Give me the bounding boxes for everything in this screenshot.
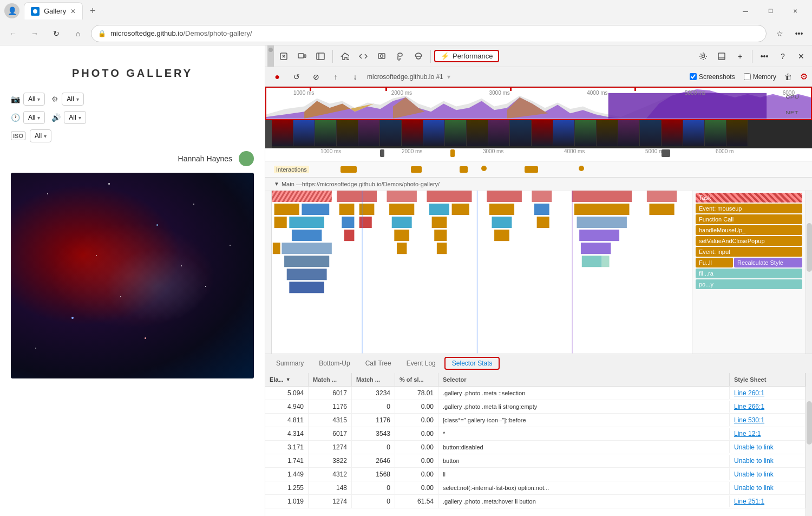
devtools-close-btn[interactable]: ✕: [793, 48, 810, 65]
forward-button[interactable]: →: [26, 25, 43, 42]
th-pct-slow[interactable]: % of sl...: [395, 373, 438, 386]
td-elapsed: 1.741: [265, 454, 309, 467]
screenshot-tool-btn[interactable]: [373, 48, 390, 65]
settings-btn[interactable]: [695, 48, 712, 65]
reload-record-btn[interactable]: ↺: [289, 69, 304, 84]
close-button[interactable]: ✕: [783, 2, 808, 19]
aperture-filter: ⚙ All ▾: [51, 93, 83, 106]
flame-scrollbar-thumb[interactable]: [807, 223, 812, 272]
download-btn[interactable]: ↓: [348, 69, 363, 84]
table-scrollbar[interactable]: [806, 373, 812, 517]
svg-rect-45: [434, 230, 447, 241]
camera-filter: 📷 All ▾: [11, 93, 45, 106]
svg-rect-51: [437, 243, 447, 254]
reload-button[interactable]: ↻: [48, 25, 65, 42]
time-icon: 🕐: [11, 113, 20, 122]
code-tool-btn[interactable]: [355, 48, 372, 65]
back-button[interactable]: ←: [4, 25, 22, 42]
sidebar-tool-btn[interactable]: [312, 48, 329, 65]
td-selector: button:disabled: [438, 441, 730, 453]
more-tools-btn[interactable]: •••: [756, 48, 773, 65]
td-stylesheet[interactable]: Line 530:1: [730, 414, 806, 427]
tab-close-btn[interactable]: ✕: [70, 8, 76, 15]
dock-btn[interactable]: [713, 48, 730, 65]
svg-rect-4: [317, 53, 324, 60]
screenshot-thumb: [467, 120, 488, 146]
th-stylesheet[interactable]: Style Sheet: [730, 373, 806, 386]
user-name: Hannah Haynes: [178, 154, 232, 163]
profile-icon[interactable]: 👤: [4, 3, 19, 18]
settings-gear-icon[interactable]: ⚙: [800, 71, 808, 82]
td-stylesheet[interactable]: Line 266:1: [730, 400, 806, 413]
audio-select[interactable]: All ▾: [64, 111, 86, 124]
tab-event-log[interactable]: Event Log: [400, 357, 442, 369]
new-tab-button[interactable]: +: [85, 3, 100, 18]
svg-rect-25: [359, 204, 375, 215]
screenshot-thumb: [293, 120, 315, 146]
website-panel: PHOTO GALLERY 📷 All ▾ ⚙ All ▾: [0, 45, 265, 516]
tab-selector-stats[interactable]: Selector Stats: [444, 357, 500, 370]
scrubber-marker[interactable]: [450, 149, 455, 157]
td-stylesheet[interactable]: Line 260:1: [730, 387, 806, 400]
upload-btn[interactable]: ↑: [328, 69, 343, 84]
help-btn[interactable]: ?: [774, 48, 791, 65]
record-btn[interactable]: ●: [270, 69, 285, 84]
td-stylesheet[interactable]: Line 251:1: [730, 495, 806, 508]
scrubber-right[interactable]: [662, 149, 670, 157]
td-match-attempts: 1176: [309, 400, 352, 413]
th-match-attempts[interactable]: Match ...: [309, 373, 352, 386]
td-pct-slow: 0.00: [395, 481, 438, 494]
td-pct-slow: 78.01: [395, 387, 438, 400]
favorites-button[interactable]: ☆: [771, 25, 788, 42]
screenshots-checkbox[interactable]: [690, 73, 697, 80]
inspect-tool-btn[interactable]: [275, 48, 292, 65]
tab-bottom-up[interactable]: Bottom-Up: [312, 357, 356, 369]
th-selector[interactable]: Selector: [438, 373, 730, 386]
network-tool-btn[interactable]: [410, 48, 427, 65]
svg-rect-60: [572, 191, 573, 354]
minimize-button[interactable]: —: [733, 2, 758, 19]
screenshots-strip: // Will be rendered by inline code below: [265, 120, 812, 148]
performance-tab[interactable]: ⚡ Performance: [434, 50, 499, 62]
flame-scrollbar[interactable]: [806, 191, 812, 354]
th-match-count[interactable]: Match ...: [352, 373, 395, 386]
screenshot-thumb: [402, 120, 423, 146]
td-pct-slow: 0.00: [395, 427, 438, 440]
trash-btn[interactable]: 🗑: [781, 69, 796, 84]
toolbar-sep-2: [430, 50, 431, 63]
clear-btn[interactable]: ⊘: [309, 69, 324, 84]
iso-select[interactable]: All ▾: [30, 129, 51, 142]
stars-layer: [11, 173, 254, 378]
svg-rect-17: [427, 191, 472, 202]
table-row: 4.314 6017 3543 0.00 * Line 12:1: [265, 427, 806, 441]
table-container: Ela... ▼ Match ... Match ...: [265, 373, 812, 517]
scrubber-left[interactable]: [380, 149, 384, 157]
screenshots-toggle[interactable]: Screenshots: [690, 73, 735, 81]
user-row: Hannah Haynes: [11, 151, 254, 166]
address-bar[interactable]: 🔒 microsoftedge.github.io/Demos/photo-ga…: [91, 25, 767, 42]
collapse-icon[interactable]: ▼: [274, 181, 279, 187]
home-tool-btn[interactable]: [336, 48, 353, 65]
memory-checkbox[interactable]: [744, 73, 751, 80]
svg-rect-59: [477, 191, 478, 354]
interaction-dot-2: [579, 166, 584, 171]
table-scrollbar-thumb[interactable]: [807, 401, 812, 444]
gallery-tab[interactable]: Gallery ✕: [24, 2, 83, 19]
add-tool-btn[interactable]: +: [731, 48, 749, 65]
tab-summary[interactable]: Summary: [270, 357, 310, 369]
more-button[interactable]: •••: [790, 25, 808, 42]
flame-chart-legend: Task Event: mouseup Function Call handle…: [692, 191, 806, 354]
maximize-button[interactable]: ☐: [758, 2, 783, 19]
home-button[interactable]: ⌂: [69, 25, 87, 42]
memory-toggle[interactable]: Memory: [744, 73, 776, 81]
th-elapsed[interactable]: Ela... ▼: [265, 373, 309, 386]
paint-tool-btn[interactable]: [391, 48, 409, 65]
time-select[interactable]: All ▾: [23, 111, 45, 124]
td-stylesheet[interactable]: Line 12:1: [730, 427, 806, 440]
flame-chart-main[interactable]: [272, 191, 692, 354]
camera-select[interactable]: All ▾: [23, 93, 45, 106]
aperture-select[interactable]: All ▾: [62, 93, 83, 106]
tab-call-tree[interactable]: Call Tree: [359, 357, 398, 369]
timeline-overview-row[interactable]: 1000 ms 2000 ms 3000 ms 4000 ms 5000 ms …: [266, 88, 811, 119]
device-tool-btn[interactable]: [293, 48, 311, 65]
